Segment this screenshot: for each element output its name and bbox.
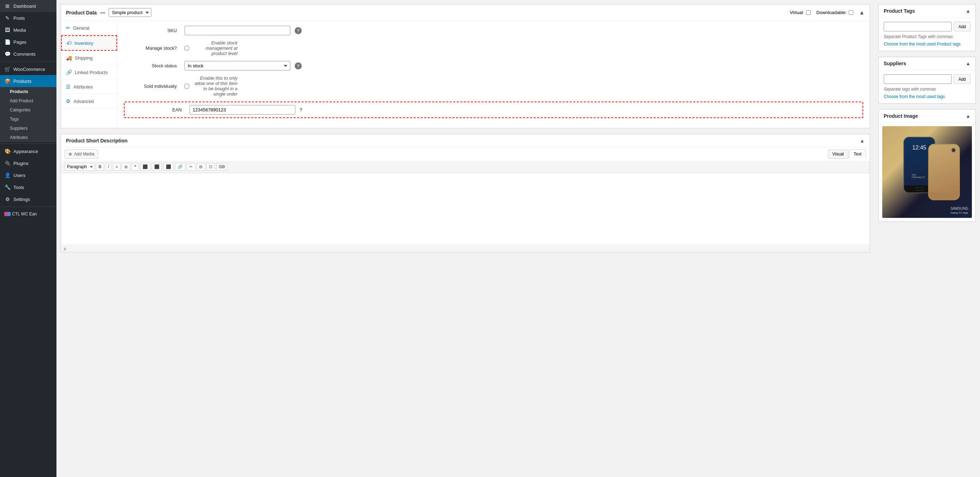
product-tags-link[interactable]: Choose from the most used Product tags bbox=[884, 41, 961, 46]
pages-icon: 📄 bbox=[4, 39, 11, 45]
sidebar-item-products[interactable]: 📦 Products bbox=[0, 75, 56, 87]
add-media-button[interactable]: ⊕ Add Media bbox=[65, 149, 98, 158]
sku-row: SKU ? bbox=[124, 26, 863, 35]
ean-label: EAN bbox=[129, 107, 185, 113]
submenu-suppliers[interactable]: Suppliers bbox=[0, 124, 56, 133]
align-right-button[interactable]: ⬛ bbox=[163, 163, 173, 171]
product-tags-metabox: Product Tags ▲ Add Separate Product Tags… bbox=[878, 4, 976, 51]
stock-status-select[interactable]: In stock Out of stock On backorder bbox=[185, 61, 290, 71]
unordered-list-button[interactable]: ≡ bbox=[113, 163, 120, 171]
sku-input[interactable] bbox=[185, 26, 290, 35]
ean-input[interactable] bbox=[189, 105, 295, 114]
products-icon: 📦 bbox=[4, 78, 11, 84]
suppliers-link[interactable]: Choose from the most used tags bbox=[884, 94, 945, 99]
tab-visual[interactable]: Visual bbox=[828, 149, 848, 158]
phone-screen-back bbox=[929, 144, 959, 192]
stock-status-row: Stock status In stock Out of stock On ba… bbox=[124, 61, 863, 71]
sold-individually-check-label[interactable]: Enable this to only allow one of this it… bbox=[185, 75, 241, 97]
tab-linked-products[interactable]: 🔗 Linked Products bbox=[61, 65, 117, 80]
ordered-list-button[interactable]: ≣ bbox=[122, 163, 130, 171]
comments-icon: 💬 bbox=[4, 51, 11, 57]
tab-attributes[interactable]: ☰ Attributes bbox=[61, 80, 117, 94]
bold-button[interactable]: B bbox=[96, 163, 104, 171]
tab-advanced[interactable]: ⚙ Advanced bbox=[61, 94, 117, 109]
product-tags-input[interactable] bbox=[884, 22, 952, 32]
product-image-metabox: Product Image ▲ 12:45 Sun, February 21 bbox=[878, 109, 976, 222]
suppliers-input-row: Add bbox=[884, 74, 970, 84]
sold-individually-checkbox[interactable] bbox=[185, 84, 189, 89]
submenu-categories[interactable]: Categories bbox=[0, 105, 56, 114]
attributes-tab-icon: ☰ bbox=[66, 84, 71, 90]
collapse-product-image-button[interactable]: ▲ bbox=[966, 113, 970, 119]
product-tags-add-button[interactable]: Add bbox=[954, 22, 970, 32]
settings-icon: ⚙ bbox=[4, 197, 11, 202]
appearance-icon: 🎨 bbox=[4, 149, 11, 154]
align-left-button[interactable]: ⬛ bbox=[140, 163, 150, 171]
italic-button[interactable]: I bbox=[105, 163, 111, 171]
tab-shipping[interactable]: 🚚 Shipping bbox=[61, 51, 117, 65]
sidebar-item-posts[interactable]: ✎ Posts bbox=[0, 12, 56, 24]
posts-icon: ✎ bbox=[4, 15, 11, 21]
suppliers-content: Add Separate tags with commas Choose fro… bbox=[879, 70, 975, 103]
ean-row: EAN ? bbox=[124, 101, 863, 118]
sidebar-item-woocommerce[interactable]: 🛒 WooCommerce bbox=[0, 63, 56, 75]
sidebar-item-plugins[interactable]: 🔌 Plugins bbox=[0, 157, 56, 169]
collapse-short-description-button[interactable]: ▲ bbox=[860, 138, 865, 144]
product-image-header: Product Image ▲ bbox=[879, 109, 975, 123]
paragraph-select[interactable]: Paragraph bbox=[65, 163, 95, 171]
ean-help-icon[interactable]: ? bbox=[300, 107, 302, 113]
collapse-product-tags-button[interactable]: ▲ bbox=[966, 8, 970, 14]
sidebar-item-settings[interactable]: ⚙ Settings bbox=[0, 193, 56, 205]
stock-status-help-icon[interactable]: ? bbox=[295, 62, 302, 70]
sidebar-item-dashboard[interactable]: ⊞ Dashboard bbox=[0, 0, 56, 12]
product-tags-content: Add Separate Product Tags with commas Ch… bbox=[879, 17, 975, 51]
main-content: Product Data — Simple product Virtual: D… bbox=[56, 0, 980, 477]
plugins-icon: 🔌 bbox=[4, 160, 11, 166]
fullscreen-button[interactable]: ⊡ bbox=[207, 163, 215, 171]
sidebar-item-users[interactable]: 👤 Users bbox=[0, 169, 56, 181]
sidebar-item-pages[interactable]: 📄 Pages bbox=[0, 36, 56, 48]
sidebar: ⊞ Dashboard ✎ Posts 🖼 Media 📄 Pages 💬 Co… bbox=[0, 0, 56, 477]
tab-inventory[interactable]: 🏷 Inventory bbox=[61, 35, 117, 51]
tools-icon: 🔧 bbox=[4, 184, 11, 190]
tab-text[interactable]: Text bbox=[849, 149, 866, 158]
collapse-product-data-button[interactable]: ▲ bbox=[859, 10, 865, 16]
suppliers-input[interactable] bbox=[884, 74, 952, 84]
submenu-add-product[interactable]: Add Product bbox=[0, 96, 56, 105]
manage-stock-checkbox[interactable] bbox=[185, 46, 189, 51]
product-tags-header: Product Tags ▲ bbox=[879, 5, 975, 17]
editor-wrap: ⊕ Add Media Visual Text Paragraph bbox=[61, 147, 870, 252]
sidebar-item-appearance[interactable]: 🎨 Appearance bbox=[0, 145, 56, 157]
collapse-suppliers-button[interactable]: ▲ bbox=[966, 61, 970, 66]
suppliers-add-button[interactable]: Add bbox=[954, 74, 970, 84]
right-column: Product Tags ▲ Add Separate Product Tags… bbox=[874, 0, 980, 477]
phone-back bbox=[928, 144, 960, 200]
editor-textarea[interactable] bbox=[61, 173, 870, 244]
tab-general[interactable]: ✏ General bbox=[61, 21, 117, 35]
link-button[interactable]: 🔗 bbox=[175, 163, 185, 171]
sidebar-item-tools[interactable]: 🔧 Tools bbox=[0, 181, 56, 193]
downloadable-checkbox[interactable] bbox=[849, 10, 853, 15]
virtual-checkbox[interactable] bbox=[806, 10, 811, 15]
submenu-tags[interactable]: Tags bbox=[0, 114, 56, 124]
align-center-button[interactable]: ⬛ bbox=[152, 163, 162, 171]
product-type-select[interactable]: Simple product bbox=[109, 8, 151, 17]
submenu-attributes[interactable]: Attributes bbox=[0, 133, 56, 142]
sold-individually-row: Sold individually Enable this to only al… bbox=[124, 75, 863, 97]
unlink-button[interactable]: ✂ bbox=[187, 163, 195, 171]
sidebar-item-comments[interactable]: 💬 Comments bbox=[0, 48, 56, 60]
product-image[interactable]: 12:45 Sun, February 21 bbox=[882, 126, 972, 218]
ctl-wc-ean: CTL WC Ean bbox=[0, 208, 56, 220]
center-column: Product Data — Simple product Virtual: D… bbox=[56, 0, 874, 477]
table-button[interactable]: ⊞ bbox=[197, 163, 205, 171]
editor-footer: p bbox=[61, 245, 870, 252]
dashboard-icon: ⊞ bbox=[4, 3, 11, 9]
stock-status-label: Stock status bbox=[124, 63, 180, 68]
sku-help-icon[interactable]: ? bbox=[295, 27, 302, 34]
keyboard-button[interactable]: ⌨ bbox=[216, 163, 227, 171]
manage-stock-check-label[interactable]: Enable stock management at product level bbox=[185, 40, 241, 56]
blockquote-button[interactable]: ❝ bbox=[132, 163, 139, 171]
sidebar-item-media[interactable]: 🖼 Media bbox=[0, 24, 56, 36]
submenu-products[interactable]: Products bbox=[0, 87, 56, 96]
editor-toolbar: Paragraph B I ≡ ≣ ❝ ⬛ ⬛ ⬛ 🔗 ✂ ⊞ ⊡ bbox=[61, 161, 870, 173]
